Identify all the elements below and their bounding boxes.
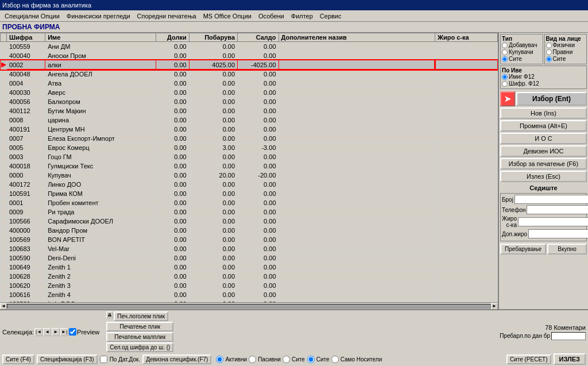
nov-button[interactable]: Нов (Ins) — [500, 107, 587, 119]
menu-msoffice[interactable]: MS Office Опции — [200, 11, 255, 21]
nav-prev-btn[interactable]: ◄ — [43, 328, 51, 336]
pecatenje-mal-plik-btn[interactable]: Печатење малплик — [106, 332, 173, 342]
row-dolki: 0.00 — [156, 290, 189, 299]
table-row[interactable]: 0000Купувач0.0020.00-20.00 — [1, 171, 498, 180]
pecatenje-plik-btn[interactable]: Печатење плик — [106, 322, 173, 332]
table-row[interactable]: 100616Zenith 40.000.000.00 — [1, 290, 498, 299]
comment-count: 78 Коментари — [545, 324, 586, 331]
scrollbar-track[interactable] — [7, 304, 491, 309]
nav-last-btn[interactable]: ►| — [60, 328, 68, 336]
table-row[interactable]: 400056Балкопром0.000.000.00 — [1, 97, 498, 106]
tip-site[interactable]: Сите — [502, 56, 541, 62]
red-arrow-btn[interactable]: ➤ — [500, 91, 515, 106]
table-row[interactable]: 0007Елеза Експорт-Импорт0.000.000.00 — [1, 134, 498, 143]
devizna-btn[interactable]: Девизна специфик.(F7) — [142, 355, 211, 364]
dopziro-row: Доп.жиро — [502, 229, 585, 238]
devizni-ios-button[interactable]: Девизен ИОС — [500, 145, 587, 157]
ziro-input[interactable] — [518, 217, 588, 226]
table-row[interactable]: 400048Ангела ДООЕЛ0.000.000.00 — [1, 70, 498, 79]
table-container[interactable]: Шифра Име Долки Побарува Салдо Дополните… — [0, 33, 498, 302]
table-row[interactable]: 400030Аверс0.000.000.00 — [1, 88, 498, 97]
table-row[interactable]: 400040Аноски Пром0.000.000.00 — [1, 51, 498, 60]
samo-nositel-radio[interactable] — [331, 356, 339, 363]
preview-checkbox[interactable] — [69, 328, 76, 336]
table-row[interactable]: 400018Гулмциски Текс0.000.000.00 — [1, 161, 498, 171]
status-site-radio[interactable] — [283, 356, 290, 363]
menu-specijalni[interactable]: Специјални Опции — [1, 11, 63, 21]
table-row[interactable]: 0001Пробен комитент0.000.000.00 — [1, 198, 498, 207]
horizontal-scrollbar[interactable]: ◄ ► — [0, 302, 498, 309]
izbor-pecatenje-button[interactable]: Избор за печатење (F6) — [500, 158, 587, 169]
row-dopolnitelen — [278, 143, 435, 152]
vid-site[interactable]: Сите — [546, 56, 586, 62]
site-reset-btn[interactable]: Сите (РЕСЕТ) — [506, 355, 551, 364]
izlez-button[interactable]: Излез (Esc) — [500, 171, 587, 182]
menu-sporedni[interactable]: Споредни печатења — [134, 11, 200, 21]
row-marker — [1, 161, 7, 171]
table-row[interactable]: 0003Гоцо ГМ0.000.000.00 — [1, 152, 498, 161]
table-row[interactable]: 100649Zenith 10.000.000.00 — [1, 263, 498, 272]
pec-logolem-plik-btn[interactable]: Печ.логолем плик — [114, 311, 168, 321]
row-sifra: 0004 — [7, 79, 45, 88]
table-row[interactable]: 100590Deni-Deni0.000.000.00 — [1, 253, 498, 263]
specifikacija-btn[interactable]: Спецификација (F3) — [37, 355, 98, 364]
broj-input[interactable] — [514, 195, 588, 204]
table-row[interactable]: 100683Vel-Mar0.000.000.00 — [1, 244, 498, 253]
table-row[interactable]: 400191Центрум МН0.000.000.00 — [1, 125, 498, 134]
nav-first-btn[interactable]: |◄ — [34, 328, 42, 336]
poime-shifr[interactable]: Шифр. Ф12 — [502, 80, 585, 87]
menu-filter[interactable]: Филтер — [288, 11, 316, 21]
table-row[interactable]: 100620Zenith 30.000.000.00 — [1, 281, 498, 290]
table-row[interactable]: ▶0002алки0.004025.00-4025.00 — [1, 60, 498, 70]
sel-od-sifra-btn[interactable]: Сел.од шифра до ш. () — [106, 342, 173, 352]
prebarlo-input[interactable] — [551, 332, 586, 340]
row-saldo: 0.00 — [238, 42, 278, 51]
site-f4-btn[interactable]: Сите (F4) — [2, 355, 34, 364]
vkupno-button[interactable]: Вкупно — [547, 244, 587, 255]
aktivni-radio[interactable] — [216, 356, 223, 363]
row-ime: Ри трада — [45, 207, 156, 217]
row-dopolnitelen — [278, 70, 435, 79]
table-row[interactable]: 100559Ани ДМ0.000.000.00 — [1, 42, 498, 51]
dopziro-input[interactable] — [528, 229, 588, 238]
table-row[interactable]: 400000Вандор Пром0.000.000.00 — [1, 226, 498, 235]
po-dat-dok-checkbox[interactable] — [100, 356, 107, 363]
table-row[interactable]: 100566Сарафимоски ДООЕЛ0.000.000.00 — [1, 217, 498, 226]
table-row[interactable]: 400112Бутик Мајкин0.000.000.00 — [1, 106, 498, 115]
prebaruvanje-button[interactable]: Пребарување — [500, 244, 546, 255]
menu-finansiski[interactable]: Финансиски прегледи — [63, 11, 134, 21]
menu-osobeni[interactable]: Особени — [255, 11, 288, 21]
izbor-button[interactable]: Избор (Ent) — [516, 92, 587, 106]
table-row[interactable]: 100628Zenith 20.000.000.00 — [1, 272, 498, 281]
row-saldo: 0.00 — [238, 217, 278, 226]
promena-button[interactable]: Промена (Alt+E) — [500, 120, 587, 132]
ios-button[interactable]: И О С — [500, 133, 587, 144]
row-dopolnitelen — [278, 244, 435, 253]
table-row[interactable]: 0009Ри трада0.000.000.00 — [1, 207, 498, 217]
table-row[interactable]: 400172Линко ДОО0.000.000.00 — [1, 180, 498, 189]
tip-kupuvaci[interactable]: Купувачи — [502, 49, 541, 55]
telefon-input[interactable] — [527, 205, 588, 214]
row-sifra: 400000 — [7, 226, 45, 235]
row-ziro — [435, 79, 497, 88]
table-row[interactable]: 0004Атва0.000.000.00 — [1, 79, 498, 88]
vid-pravni[interactable]: Правни — [546, 49, 586, 55]
pasivni-radio[interactable] — [249, 356, 256, 363]
row-ime: Пробен комитент — [45, 198, 156, 207]
table-row[interactable]: 0008царина0.000.000.00 — [1, 115, 498, 125]
table-row[interactable]: 100591Прима КОМ0.000.000.00 — [1, 189, 498, 198]
poime-imig[interactable]: Имиг Ф12 — [502, 74, 585, 80]
menu-servis[interactable]: Сервис — [316, 11, 345, 21]
scroll-left-btn[interactable]: ◄ — [0, 303, 7, 310]
row-marker — [1, 272, 7, 281]
izlez-bottom-btn[interactable]: ИЗЛЕЗ — [554, 353, 586, 365]
scroll-right-btn[interactable]: ► — [491, 303, 498, 310]
vid-fizicki[interactable]: Физички — [546, 42, 586, 48]
tip-label: Тип — [502, 36, 541, 42]
nav-next-btn[interactable]: ► — [52, 328, 60, 336]
site-nositel-radio[interactable] — [307, 356, 315, 363]
row-marker — [1, 70, 7, 79]
tip-dobavuvac[interactable]: Добавувач — [502, 42, 541, 48]
table-row[interactable]: 0005Еврос Комерц0.003.00-3.00 — [1, 143, 498, 152]
table-row[interactable]: 100569BON APETIT0.000.000.00 — [1, 235, 498, 244]
